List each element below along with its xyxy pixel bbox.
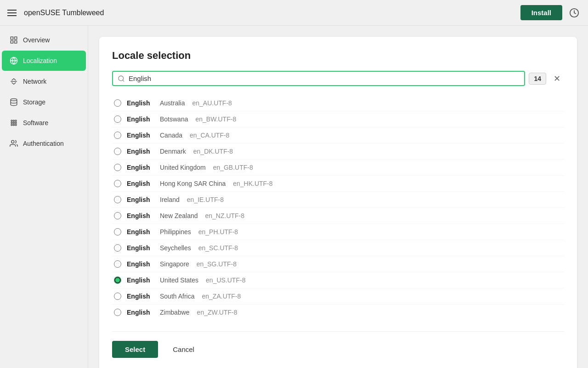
list-item[interactable]: EnglishCanadaen_CA.UTF-8: [112, 127, 564, 144]
locale-radio[interactable]: [114, 115, 121, 123]
locale-name: English: [127, 212, 154, 219]
locale-radio[interactable]: [114, 293, 121, 300]
globe-icon: [9, 56, 18, 65]
grid-icon: [9, 35, 18, 45]
locale-radio[interactable]: [114, 309, 121, 316]
svg-point-16: [13, 124, 15, 126]
sidebar-item-label: Authentication: [23, 140, 64, 147]
select-button[interactable]: Select: [112, 341, 158, 358]
sidebar-item-storage[interactable]: Storage: [2, 92, 86, 112]
locale-code: en_BW.UTF-8: [195, 115, 236, 123]
software-icon: [9, 118, 18, 127]
list-item[interactable]: EnglishSouth Africaen_ZA.UTF-8: [112, 288, 564, 305]
list-item[interactable]: EnglishHong Kong SAR Chinaen_HK.UTF-8: [112, 176, 564, 192]
list-item[interactable]: EnglishBotswanaen_BW.UTF-8: [112, 111, 564, 127]
sidebar-item-label: Storage: [23, 98, 45, 106]
sidebar-item-localization[interactable]: Localization: [2, 51, 86, 71]
sidebar-item-overview[interactable]: Overview: [2, 30, 86, 50]
locale-radio[interactable]: [114, 148, 121, 155]
locale-code: en_US.UTF-8: [206, 276, 245, 284]
locale-region: United Kingdom: [160, 164, 206, 171]
list-item[interactable]: EnglishSeychellesen_SC.UTF-8: [112, 240, 564, 256]
locale-radio[interactable]: [114, 276, 121, 284]
locale-code: en_SG.UTF-8: [197, 260, 237, 268]
locale-name: English: [127, 196, 154, 203]
locale-name: English: [127, 115, 154, 123]
sidebar-item-label: Localization: [23, 57, 57, 64]
locale-code: en_CA.UTF-8: [190, 132, 229, 139]
page-title: Locale selection: [112, 50, 564, 62]
locale-name: English: [127, 244, 154, 252]
svg-rect-4: [15, 41, 17, 43]
locale-name: English: [127, 276, 154, 284]
clock-icon[interactable]: [568, 6, 581, 19]
topbar: openSUSE Tumbleweed Install: [0, 0, 588, 26]
locale-code: en_ZW.UTF-8: [197, 309, 237, 316]
locale-code: en_PH.UTF-8: [198, 228, 238, 236]
locale-radio[interactable]: [114, 99, 121, 107]
install-button[interactable]: Install: [520, 5, 562, 20]
locale-radio[interactable]: [114, 228, 121, 236]
main-layout: Overview Localization Network: [0, 26, 588, 368]
locale-radio[interactable]: [114, 164, 121, 171]
sidebar-item-authentication[interactable]: Authentication: [2, 133, 86, 154]
svg-point-12: [11, 122, 12, 124]
locale-radio[interactable]: [114, 180, 121, 187]
locale-region: Singapore: [160, 260, 189, 268]
menu-icon[interactable]: [7, 10, 17, 16]
sidebar-item-network[interactable]: Network: [2, 71, 86, 92]
list-item[interactable]: EnglishDenmarken_DK.UTF-8: [112, 144, 564, 160]
locale-name: English: [127, 132, 154, 139]
svg-point-14: [15, 122, 17, 124]
locale-region: Seychelles: [160, 244, 191, 252]
network-icon: [9, 77, 18, 86]
sidebar-item-label: Software: [23, 119, 48, 126]
locale-name: English: [127, 99, 154, 107]
svg-line-20: [123, 80, 124, 81]
svg-point-15: [11, 124, 12, 126]
auth-icon: [9, 139, 18, 148]
list-item[interactable]: EnglishUnited Kingdomen_GB.UTF-8: [112, 160, 564, 176]
locale-region: New Zealand: [160, 212, 198, 219]
content-area: Locale selection 14 ✕ EnglishAustraliaen…: [88, 26, 588, 368]
locale-card: Locale selection 14 ✕ EnglishAustraliaen…: [99, 37, 577, 368]
locale-code: en_HK.UTF-8: [233, 180, 272, 187]
list-item[interactable]: EnglishZimbabween_ZW.UTF-8: [112, 305, 564, 320]
locale-name: English: [127, 293, 154, 300]
locale-name: English: [127, 309, 154, 316]
cancel-button[interactable]: Cancel: [164, 341, 204, 358]
list-item[interactable]: EnglishIrelanden_IE.UTF-8: [112, 192, 564, 208]
locale-region: Australia: [160, 99, 185, 107]
list-item[interactable]: EnglishUnited Statesen_US.UTF-8: [112, 272, 564, 288]
list-item[interactable]: EnglishSingaporeen_SG.UTF-8: [112, 256, 564, 272]
locale-region: Denmark: [160, 148, 186, 155]
locale-name: English: [127, 164, 154, 171]
clear-search-button[interactable]: ✕: [550, 72, 564, 86]
sidebar-item-label: Network: [23, 78, 46, 85]
locale-radio[interactable]: [114, 196, 121, 203]
storage-icon: [9, 98, 18, 107]
locale-code: en_NZ.UTF-8: [205, 212, 245, 219]
svg-point-18: [11, 140, 14, 143]
svg-point-9: [11, 120, 12, 121]
locale-region: South Africa: [160, 293, 195, 300]
list-item[interactable]: EnglishNew Zealanden_NZ.UTF-8: [112, 208, 564, 224]
search-icon: [118, 75, 125, 82]
locale-radio[interactable]: [114, 212, 121, 219]
search-input[interactable]: [129, 75, 520, 82]
locale-radio[interactable]: [114, 244, 121, 252]
locale-code: en_IE.UTF-8: [187, 196, 224, 203]
locale-name: English: [127, 148, 154, 155]
footer: Select Cancel: [112, 331, 564, 358]
svg-rect-1: [11, 37, 13, 39]
locale-radio[interactable]: [114, 132, 121, 139]
locale-radio[interactable]: [114, 260, 121, 268]
sidebar-item-software[interactable]: Software: [2, 113, 86, 133]
svg-point-17: [15, 124, 17, 126]
search-row: 14 ✕: [112, 71, 564, 86]
list-item[interactable]: EnglishAustraliaen_AU.UTF-8: [112, 95, 564, 111]
locale-name: English: [127, 180, 154, 187]
list-item[interactable]: EnglishPhilippinesen_PH.UTF-8: [112, 224, 564, 240]
locale-code: en_ZA.UTF-8: [202, 293, 241, 300]
svg-point-8: [11, 99, 17, 101]
